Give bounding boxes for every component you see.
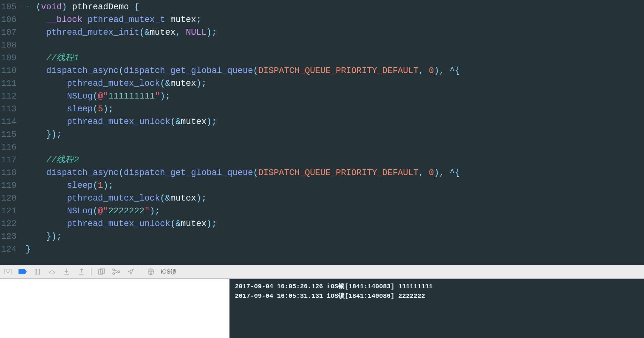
code-line[interactable]: 117 //线程2: [0, 154, 644, 166]
code-line[interactable]: 109 //线程1: [0, 52, 644, 64]
line-number[interactable]: 119: [0, 179, 20, 192]
code-content[interactable]: NSLog(@"2222222");: [26, 205, 644, 217]
code-line[interactable]: 108: [0, 39, 644, 52]
code-content[interactable]: sleep(1);: [26, 179, 644, 192]
code-line[interactable]: 107 pthread_mutex_init(&mutex, NULL);: [0, 26, 644, 39]
fold-indicator[interactable]: [20, 39, 26, 52]
line-number[interactable]: 114: [0, 115, 20, 128]
fold-indicator[interactable]: [20, 64, 26, 77]
line-number[interactable]: 106: [0, 13, 20, 26]
line-number[interactable]: 122: [0, 217, 20, 230]
debug-toolbar: iOS锁: [0, 265, 644, 279]
step-over-icon[interactable]: [47, 267, 57, 276]
code-line[interactable]: 118 dispatch_async(dispatch_get_global_q…: [0, 166, 644, 179]
line-number[interactable]: 105: [0, 1, 20, 13]
toggle-debug-area-icon[interactable]: [3, 267, 13, 276]
code-line[interactable]: 123 });: [0, 230, 644, 243]
fold-indicator[interactable]: [20, 77, 26, 90]
console-output[interactable]: 2017-09-04 16:05:26.126 iOS锁[1841:140083…: [230, 279, 644, 338]
variables-view[interactable]: [0, 279, 230, 338]
line-number[interactable]: 120: [0, 192, 20, 205]
fold-indicator[interactable]: [20, 13, 26, 26]
fold-indicator[interactable]: [20, 179, 26, 192]
code-line[interactable]: 114 pthread_mutex_unlock(&mutex);: [0, 115, 644, 128]
fold-indicator[interactable]: [20, 205, 26, 217]
fold-indicator[interactable]: [20, 192, 26, 205]
code-line[interactable]: 105-- (void) pthreadDemo {: [0, 1, 644, 13]
line-number[interactable]: 109: [0, 52, 20, 64]
fold-indicator[interactable]: [20, 230, 26, 243]
fold-indicator[interactable]: [20, 90, 26, 103]
fold-indicator[interactable]: [20, 26, 26, 39]
svg-point-12: [113, 273, 115, 275]
simulate-location-icon[interactable]: [126, 267, 136, 276]
line-number[interactable]: 118: [0, 166, 20, 179]
fold-indicator[interactable]: [20, 217, 26, 230]
svg-marker-1: [19, 269, 27, 274]
step-into-icon[interactable]: [62, 267, 71, 276]
line-number[interactable]: 110: [0, 64, 20, 77]
code-line[interactable]: 122 pthread_mutex_unlock(&mutex);: [0, 217, 644, 230]
line-number[interactable]: 112: [0, 90, 20, 103]
code-line[interactable]: 120 pthread_mutex_lock(&mutex);: [0, 192, 644, 205]
line-number[interactable]: 116: [0, 141, 20, 154]
fold-indicator[interactable]: [20, 115, 26, 128]
code-line[interactable]: 121 NSLog(@"2222222");: [0, 205, 644, 217]
toolbar-separator: [91, 268, 92, 276]
fold-indicator[interactable]: [20, 166, 26, 179]
code-line[interactable]: 124}: [0, 243, 644, 256]
line-number[interactable]: 124: [0, 243, 20, 256]
code-content[interactable]: //线程2: [26, 154, 644, 166]
breakpoints-icon[interactable]: [18, 267, 27, 276]
console-line: 2017-09-04 16:05:31.131 iOS锁[1841:140086…: [235, 291, 639, 301]
code-content[interactable]: dispatch_async(dispatch_get_global_queue…: [26, 166, 644, 179]
code-content[interactable]: dispatch_async(dispatch_get_global_queue…: [26, 64, 644, 77]
debug-view-hierarchy-icon[interactable]: [97, 267, 106, 276]
code-content[interactable]: }: [26, 243, 644, 256]
line-number[interactable]: 108: [0, 39, 20, 52]
code-content[interactable]: //线程1: [26, 52, 644, 64]
code-line[interactable]: 111 pthread_mutex_lock(&mutex);: [0, 77, 644, 90]
code-content[interactable]: [26, 39, 644, 52]
fold-indicator[interactable]: [20, 128, 26, 141]
code-content[interactable]: NSLog(@"111111111");: [26, 90, 644, 103]
code-content[interactable]: sleep(5);: [26, 103, 644, 115]
pause-icon[interactable]: [33, 267, 42, 276]
code-line[interactable]: 110 dispatch_async(dispatch_get_global_q…: [0, 64, 644, 77]
line-number[interactable]: 121: [0, 205, 20, 217]
scheme-icon[interactable]: [146, 267, 156, 276]
line-number[interactable]: 115: [0, 128, 20, 141]
code-content[interactable]: });: [26, 230, 644, 243]
step-out-icon[interactable]: [77, 267, 86, 276]
code-content[interactable]: pthread_mutex_unlock(&mutex);: [26, 115, 644, 128]
scheme-name[interactable]: iOS锁: [161, 268, 176, 276]
code-line[interactable]: 115 });: [0, 128, 644, 141]
line-number[interactable]: 123: [0, 230, 20, 243]
code-editor[interactable]: 105-- (void) pthreadDemo {106 __block pt…: [0, 0, 644, 265]
code-line[interactable]: 112 NSLog(@"111111111");: [0, 90, 644, 103]
code-content[interactable]: pthread_mutex_lock(&mutex);: [26, 192, 644, 205]
fold-indicator[interactable]: [20, 154, 26, 166]
code-content[interactable]: pthread_mutex_unlock(&mutex);: [26, 217, 644, 230]
debug-memory-graph-icon[interactable]: [111, 267, 121, 276]
line-number[interactable]: 107: [0, 26, 20, 39]
line-number[interactable]: 111: [0, 77, 20, 90]
code-content[interactable]: [26, 141, 644, 154]
code-line[interactable]: 116: [0, 141, 644, 154]
fold-indicator[interactable]: [20, 243, 26, 256]
fold-indicator[interactable]: [20, 141, 26, 154]
code-content[interactable]: __block pthread_mutex_t mutex;: [26, 13, 644, 26]
code-line[interactable]: 119 sleep(1);: [0, 179, 644, 192]
line-number[interactable]: 113: [0, 103, 20, 115]
code-line[interactable]: 113 sleep(5);: [0, 103, 644, 115]
code-content[interactable]: pthread_mutex_lock(&mutex);: [26, 77, 644, 90]
svg-line-14: [115, 270, 118, 271]
code-line[interactable]: 106 __block pthread_mutex_t mutex;: [0, 13, 644, 26]
fold-indicator[interactable]: -: [20, 1, 26, 13]
code-content[interactable]: pthread_mutex_init(&mutex, NULL);: [26, 26, 644, 39]
line-number[interactable]: 117: [0, 154, 20, 166]
code-content[interactable]: });: [26, 128, 644, 141]
fold-indicator[interactable]: [20, 103, 26, 115]
fold-indicator[interactable]: [20, 52, 26, 64]
code-content[interactable]: - (void) pthreadDemo {: [26, 1, 644, 13]
